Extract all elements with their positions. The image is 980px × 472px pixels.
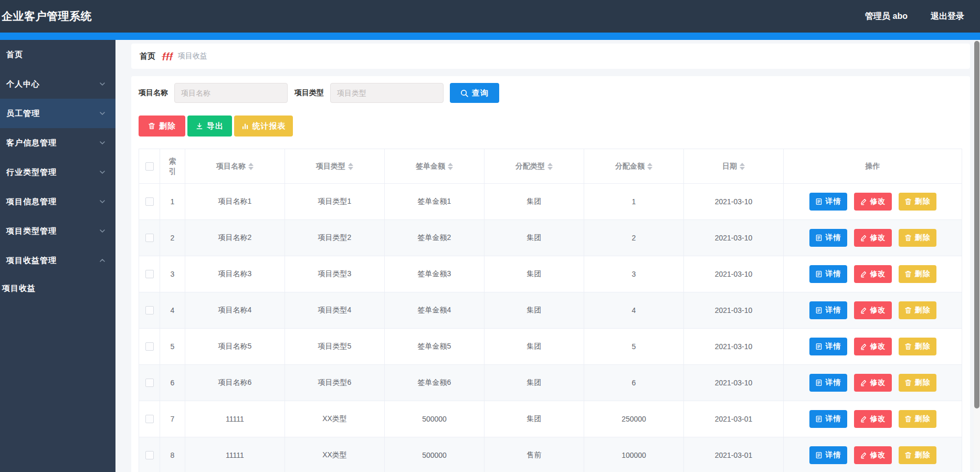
pen-icon	[860, 270, 867, 278]
cell-1: 项目类型3	[285, 256, 385, 292]
row-detail-button[interactable]: 详情	[809, 265, 847, 283]
row-checkbox[interactable]	[145, 234, 154, 242]
row-delete-button[interactable]: 删除	[899, 338, 936, 355]
column-header-5[interactable]: 分配金额	[584, 149, 684, 184]
cell-0: 11111	[185, 401, 285, 437]
row-edit-button[interactable]: 修改	[854, 446, 892, 464]
cell-4: 5	[584, 329, 684, 365]
page-scrollbar	[974, 40, 980, 472]
cell-4: 100000	[584, 437, 684, 472]
cell-2: 500000	[385, 437, 484, 472]
row-delete-button[interactable]: 删除	[899, 265, 936, 283]
cell-0: 项目名称5	[185, 329, 285, 365]
row-detail-button[interactable]: 详情	[809, 338, 847, 355]
row-checkbox[interactable]	[145, 415, 154, 423]
cell-1: XX类型	[285, 437, 385, 472]
trash-icon	[904, 415, 912, 423]
row-edit-button[interactable]: 修改	[854, 374, 892, 392]
select-all-checkbox[interactable]	[145, 162, 154, 171]
row-delete-button[interactable]: 删除	[899, 446, 936, 464]
row-edit-button[interactable]: 修改	[854, 229, 892, 247]
column-header-0: 索引	[160, 149, 185, 184]
column-header-6[interactable]: 日期	[684, 149, 784, 184]
cell-1: XX类型	[285, 401, 385, 437]
cell-3: 售前	[484, 437, 584, 472]
main-content: 首页 ƒƒƒ 项目收益 项目名称 项目类型 查询	[115, 40, 980, 472]
logout-link[interactable]: 退出登录	[931, 11, 964, 22]
project-name-input[interactable]	[174, 83, 288, 103]
row-detail-button[interactable]: 详情	[809, 446, 847, 464]
row-delete-button[interactable]: 删除	[899, 229, 936, 247]
row-edit-button[interactable]: 修改	[854, 193, 892, 211]
row-checkbox[interactable]	[145, 379, 154, 387]
scrollbar-thumb[interactable]	[974, 41, 979, 408]
sidebar-subitem-project-income[interactable]: 项目收益	[0, 275, 115, 301]
project-type-input[interactable]	[330, 83, 444, 103]
bulk-delete-button[interactable]: 删除	[139, 116, 185, 137]
cell-4: 6	[584, 365, 684, 401]
row-delete-button[interactable]: 删除	[899, 410, 936, 428]
sort-icon[interactable]	[448, 163, 453, 170]
sidebar-item-6[interactable]: 项目类型管理	[0, 216, 115, 246]
sidebar-item-2[interactable]: 员工管理	[0, 99, 115, 128]
sort-icon[interactable]	[740, 163, 745, 170]
search-form: 项目名称 项目类型 查询	[139, 83, 965, 103]
row-delete-button[interactable]: 删除	[899, 193, 936, 211]
project-type-label: 项目类型	[294, 88, 324, 98]
current-user-link[interactable]: 管理员 abo	[865, 11, 908, 22]
sidebar-item-5[interactable]: 项目信息管理	[0, 187, 115, 216]
row-edit-button[interactable]: 修改	[854, 338, 892, 355]
sidebar-item-4[interactable]: 行业类型管理	[0, 158, 115, 187]
sidebar-item-0[interactable]: 首页	[0, 40, 115, 69]
row-detail-button[interactable]: 详情	[809, 301, 847, 319]
breadcrumb: 首页 ƒƒƒ 项目收益	[131, 44, 970, 69]
sort-icon[interactable]	[348, 163, 353, 170]
app-title: 企业客户管理系统	[2, 9, 92, 24]
row-edit-button[interactable]: 修改	[854, 265, 892, 283]
row-detail-button[interactable]: 详情	[809, 193, 847, 211]
sort-icon[interactable]	[248, 163, 254, 170]
column-header-label: 索引	[168, 156, 177, 176]
row-detail-button[interactable]: 详情	[809, 374, 847, 392]
cell-index: 7	[160, 401, 185, 437]
column-header-3[interactable]: 签单金额	[385, 149, 484, 184]
row-delete-button[interactable]: 删除	[899, 374, 936, 392]
cell-3: 集团	[484, 292, 584, 329]
table-row: 5项目名称5项目类型5签单金额5集团52021-03-10详情修改删除	[139, 329, 962, 365]
bar-chart-icon	[241, 122, 249, 130]
cell-5: 2021-03-01	[684, 437, 784, 472]
cell-4: 2	[584, 220, 684, 256]
row-checkbox[interactable]	[145, 306, 154, 314]
row-checkbox[interactable]	[145, 270, 154, 278]
cell-0: 项目名称3	[185, 256, 285, 292]
cell-index: 3	[160, 256, 185, 292]
sidebar-item-3[interactable]: 客户信息管理	[0, 128, 115, 158]
column-header-4[interactable]: 分配类型	[484, 149, 584, 184]
query-button[interactable]: 查询	[450, 83, 499, 103]
chevron-down-icon	[99, 80, 106, 88]
column-header-2[interactable]: 项目类型	[285, 149, 385, 184]
row-checkbox[interactable]	[145, 197, 154, 206]
row-checkbox[interactable]	[145, 451, 154, 459]
sidebar-item-7[interactable]: 项目收益管理	[0, 246, 115, 275]
row-detail-button[interactable]: 详情	[809, 229, 847, 247]
row-edit-button[interactable]: 修改	[854, 410, 892, 428]
row-edit-button[interactable]: 修改	[854, 301, 892, 319]
sidebar-item-1[interactable]: 个人中心	[0, 69, 115, 99]
pen-icon	[860, 198, 867, 205]
column-header-1[interactable]: 项目名称	[185, 149, 285, 184]
cell-3: 集团	[484, 329, 584, 365]
breadcrumb-home-link[interactable]: 首页	[140, 51, 155, 61]
export-button[interactable]: 导出	[187, 116, 232, 137]
row-detail-button[interactable]: 详情	[809, 410, 847, 428]
statistics-report-button[interactable]: 统计报表	[234, 116, 293, 137]
sort-icon[interactable]	[547, 163, 553, 170]
row-delete-button[interactable]: 删除	[899, 301, 936, 319]
cell-5: 2021-03-10	[684, 292, 784, 329]
chevron-down-icon	[99, 227, 106, 235]
cell-3: 集团	[484, 365, 584, 401]
row-checkbox[interactable]	[145, 342, 154, 351]
document-icon	[815, 379, 823, 386]
cell-4: 1	[584, 184, 684, 220]
sort-icon[interactable]	[647, 163, 652, 170]
